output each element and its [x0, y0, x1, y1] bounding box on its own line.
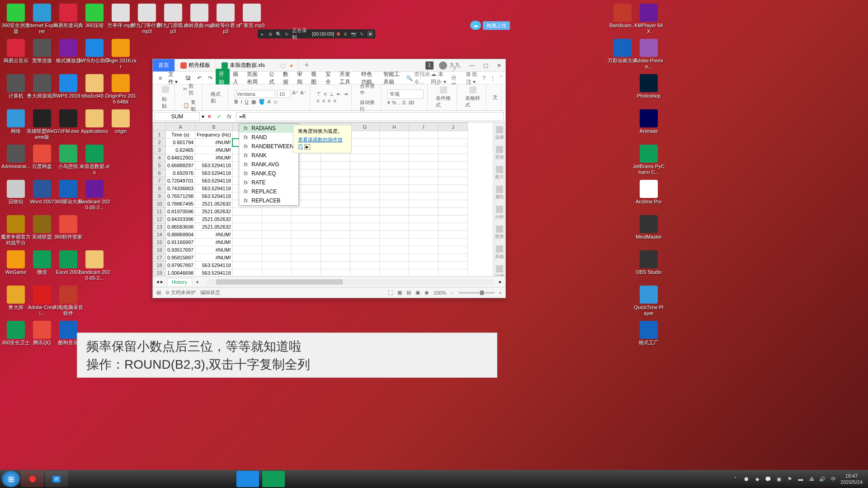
view-full-icon[interactable]: ⛶ [388, 290, 393, 296]
rec-pause-icon[interactable]: ⏸ [343, 31, 348, 37]
tray-flag-icon[interactable]: ⚑ [786, 475, 793, 483]
underline-button[interactable]: U [245, 99, 249, 105]
align-middle-icon[interactable]: ≡ [324, 91, 326, 97]
align-right-icon[interactable]: ≡ [328, 98, 330, 103]
desktop-icon[interactable]: JetBrains PyCharm C... [633, 145, 665, 175]
row-header[interactable]: 13 [153, 223, 166, 231]
row-header[interactable]: 2 [153, 139, 166, 146]
row-header[interactable]: 11 [153, 208, 166, 216]
func-item[interactable]: fxRADIANS [239, 124, 298, 133]
task-wps[interactable]: W [45, 471, 68, 487]
row-header[interactable]: 18 [153, 262, 166, 269]
tray-net-icon[interactable]: 🖧 [808, 475, 815, 483]
dec-dec-icon[interactable]: .00 [407, 100, 414, 105]
font-color-button[interactable]: A [268, 99, 271, 105]
clock[interactable]: 18:47 2020/5/24 [840, 473, 863, 485]
italic-button[interactable]: I [241, 99, 242, 105]
indent-inc-icon[interactable]: ⇥ [344, 91, 348, 97]
scroll-right-icon[interactable]: ▸ [499, 279, 502, 285]
rec-camera-icon[interactable]: 📷 [351, 31, 356, 37]
zoom-value[interactable]: 100% [434, 290, 446, 296]
row-header[interactable]: 17 [153, 254, 166, 262]
row-header[interactable]: 7 [153, 177, 166, 185]
align-top-icon[interactable]: ⊤ [316, 91, 321, 97]
accept-formula-button[interactable]: ✓ [214, 113, 224, 120]
func-item[interactable]: fxRANK [239, 151, 298, 160]
col-header[interactable]: H [379, 123, 409, 131]
font-decrease-icon[interactable]: A⁻ [300, 90, 306, 98]
percent-icon[interactable]: % [392, 100, 396, 105]
upload-pill[interactable]: ☁ 拖拽上传 [470, 21, 510, 30]
col-header[interactable]: J [438, 123, 467, 131]
row-header[interactable]: 19 [153, 269, 166, 277]
zoom-slider[interactable] [458, 292, 495, 294]
side-panel-item[interactable]: 形状 [495, 146, 504, 160]
sheet-nav-icon[interactable]: ◂ ▸ [156, 279, 163, 285]
formula-input[interactable]: =R [236, 112, 504, 121]
desktop-icon[interactable]: origin [105, 109, 137, 134]
tray-shield-icon[interactable]: ⬢ [743, 475, 750, 483]
align-justify-icon[interactable]: ≡ [334, 98, 336, 103]
side-panel-item[interactable]: 图库 [495, 225, 504, 240]
fx-icon[interactable]: fx [224, 113, 234, 120]
border-button[interactable]: ▦ [251, 99, 256, 105]
side-panel-item[interactable]: 分析 [495, 206, 504, 220]
side-panel-item[interactable]: 属性 [495, 186, 504, 200]
desktop-icon[interactable]: bandicam 2020-05-2... [79, 250, 110, 281]
desktop-icon[interactable]: Animate [633, 109, 665, 134]
func-item[interactable]: fxRATE [239, 178, 298, 187]
row-header[interactable]: 15 [153, 239, 166, 246]
desktop-icon[interactable]: Arctime Pro [633, 180, 665, 205]
tray-lang-icon[interactable]: 中 [830, 475, 837, 483]
func-item[interactable]: fxRAND [239, 133, 298, 142]
redo-icon[interactable]: ↷ [205, 73, 216, 83]
more-icon[interactable]: ⋮ [490, 75, 495, 81]
task-app1[interactable] [236, 471, 259, 487]
row-header[interactable]: 5 [153, 162, 166, 169]
tray-gpu-icon[interactable]: ▬ [797, 475, 804, 483]
row-header[interactable]: 3 [153, 146, 166, 154]
highlight-button[interactable]: ◇ [274, 99, 277, 105]
cut-button[interactable]: ✂ 剪切 [181, 82, 198, 97]
rec-target-icon[interactable]: ⊕ [268, 31, 273, 37]
fill-color-button[interactable]: 🪣 [259, 99, 265, 105]
rec-refresh-icon[interactable]: ↻ [284, 31, 289, 37]
row-header[interactable]: 8 [153, 185, 166, 192]
side-panel-item[interactable]: 选择 [495, 126, 504, 141]
tray-app-icon[interactable]: ◆ [754, 475, 761, 483]
col-header[interactable]: G [350, 123, 379, 131]
currency-icon[interactable]: ¥ [387, 100, 390, 105]
desktop-icon[interactable]: QuickTime Player [633, 286, 665, 316]
number-format-select[interactable]: 常规 [387, 89, 424, 99]
desktop-icon[interactable]: Adobe Premie... [633, 39, 665, 70]
play-icon[interactable]: ▶ [304, 144, 310, 150]
row-header[interactable]: 6 [153, 169, 166, 177]
align-center-icon[interactable]: ≡ [322, 98, 325, 103]
menu-search[interactable]: 🔍 查找命令… [406, 70, 431, 86]
desktop-icon[interactable]: OBS Studio [633, 250, 665, 275]
desktop-icon[interactable]: 360软件管家 [52, 215, 84, 240]
view-eye-icon[interactable]: ◉ [425, 290, 429, 296]
doc-options-icon[interactable]: ▤ [156, 290, 161, 296]
comment-button[interactable]: ⊞ 批注 ▾ [466, 70, 478, 86]
func-item[interactable]: fxREPLACE [239, 187, 298, 196]
view-page-icon[interactable]: ▤ [406, 290, 411, 296]
desktop-icon[interactable]: MindMaster [633, 215, 665, 240]
h-scrollbar[interactable] [207, 279, 495, 285]
indent-dec-icon[interactable]: ⇤ [337, 91, 341, 97]
rec-close-button[interactable]: ✕ [367, 31, 373, 37]
font-select[interactable]: Verdana [235, 90, 275, 98]
rec-collapse-icon[interactable]: ▸ [259, 31, 265, 37]
desktop-icon[interactable]: 闪电电脑录音软件 [52, 286, 84, 316]
side-panel-item[interactable]: 设置 [495, 265, 504, 276]
font-increase-icon[interactable]: A⁺ [292, 90, 298, 98]
func-item[interactable]: fxRANK.AVG [239, 160, 298, 169]
tray-vol-icon[interactable]: 🔊 [819, 475, 826, 483]
tray-up-icon[interactable]: ˄ [732, 475, 739, 483]
desktop-icon[interactable]: 格式工厂 [633, 321, 665, 346]
desktop-icon[interactable]: 广寒宫.mp3 [236, 4, 268, 28]
side-panel-item[interactable]: 风格 [495, 245, 504, 260]
view-read-icon[interactable]: ▣ [415, 290, 420, 296]
row-header[interactable]: 16 [153, 246, 166, 254]
sheet-tab-history[interactable]: History [167, 278, 192, 286]
